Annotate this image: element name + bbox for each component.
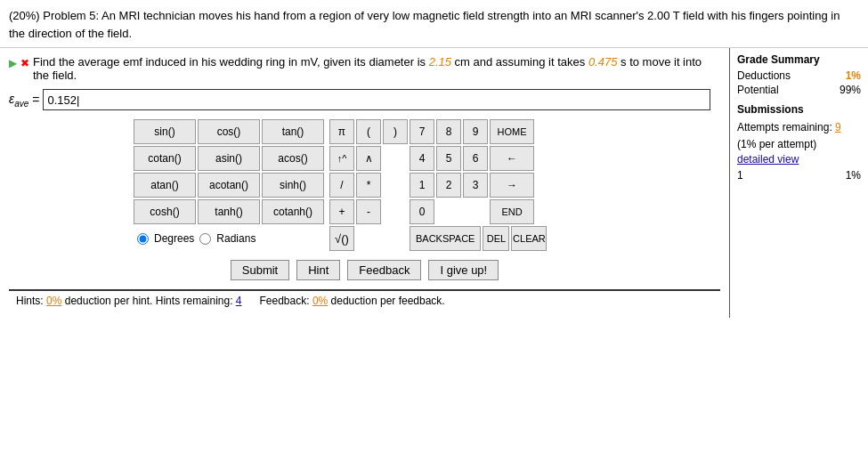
sub-problem-line: ▶ ✖ Find the average emf induced in his … [9,55,720,82]
home-button[interactable]: HOME [490,119,534,144]
radians-label[interactable]: Radians [216,232,256,245]
triangle-icon: ▶ [9,57,17,69]
asin-button[interactable]: asin() [198,146,260,171]
cos-button[interactable]: cos() [198,119,260,144]
potential-row: Potential 99% [737,84,861,96]
three-button[interactable]: 3 [463,173,488,198]
multiply-button[interactable]: * [356,173,381,198]
del-button[interactable]: DEL [483,226,509,251]
degrees-radio[interactable] [137,233,149,245]
end-button[interactable]: END [490,199,534,224]
right-panel: Grade Summary Deductions 1% Potential 99… [730,48,868,318]
answer-input[interactable] [43,89,710,110]
give-up-button[interactable]: I give up! [428,260,499,280]
degrees-label[interactable]: Degrees [154,232,194,245]
submit-button[interactable]: Submit [231,260,289,280]
two-button[interactable]: 2 [436,173,461,198]
hints-label: Hints: [16,295,44,307]
detailed-view-link[interactable]: detailed view [737,153,861,166]
submission-pct: 1% [846,169,861,182]
x-icon: ✖ [20,57,29,69]
open-paren-button[interactable]: ( [356,119,381,144]
time-value: 0.475 [588,55,618,69]
unit1: cm and assuming it takes [451,55,588,69]
feedback-section: Feedback: 0% deduction per feedback. [260,295,445,307]
diameter-value: 2.15 [429,55,451,69]
clear-button[interactable]: CLEAR [511,226,547,251]
four-button[interactable]: 4 [410,146,434,171]
feedback-text: deduction per feedback. [331,295,445,307]
pi-button[interactable]: π [329,119,354,144]
deductions-value: 1% [846,69,861,82]
plus-button[interactable]: + [329,199,354,224]
attempts-note: (1% per attempt) [737,138,816,150]
minus-button[interactable]: - [356,199,381,224]
numpad-area: π ( ) 7 8 9 HOME ↑^ ∧ 4 5 6 ← [329,119,547,251]
angle-mode-row: Degrees Radians [134,226,324,251]
five-button[interactable]: 5 [436,146,461,171]
deductions-label: Deductions [737,69,791,82]
grade-summary-title: Grade Summary [737,53,861,66]
keyboard-area: sin() cos() tan() cotan() asin() acos() … [9,119,720,251]
submission-row: 1 1% [737,169,861,182]
tanh-button[interactable]: tanh() [198,199,260,224]
epsilon-subscript: ave [14,98,28,108]
potential-value: 99% [840,84,861,96]
feedback-label: Feedback: [260,295,310,307]
six-button[interactable]: 6 [463,146,488,171]
hints-bar: Hints: 0% deduction per hint. Hints rema… [9,289,720,311]
acotan-button[interactable]: acotan() [198,173,260,198]
atan-button[interactable]: atan() [134,173,196,198]
caret-button[interactable]: ∧ [356,146,381,171]
nine-button[interactable]: 9 [463,119,488,144]
cosh-button[interactable]: cosh() [134,199,196,224]
zero-button[interactable]: 0 [410,199,434,224]
radians-radio[interactable] [199,233,211,245]
eight-button[interactable]: 8 [436,119,461,144]
hints-pct[interactable]: 0% [46,295,61,307]
acos-button[interactable]: acos() [262,146,324,171]
deductions-row: Deductions 1% [737,69,861,82]
seven-button[interactable]: 7 [410,119,434,144]
submission-num: 1 [737,169,743,182]
feedback-button[interactable]: Feedback [347,260,421,280]
hints-remaining[interactable]: 4 [236,295,242,307]
problem-description: (20%) Problem 5: An MRI technician moves… [9,9,840,40]
cotan-button[interactable]: cotan() [134,146,196,171]
feedback-pct[interactable]: 0% [312,295,328,307]
hints-section: Hints: 0% deduction per hint. Hints rema… [16,295,242,307]
sinh-button[interactable]: sinh() [262,173,324,198]
close-paren-button[interactable]: ) [383,119,408,144]
submissions-text: Attempts remaining: 9 (1% per attempt) [737,119,861,153]
right-arrow-button[interactable]: → [490,173,534,198]
potential-label: Potential [737,84,779,96]
equals-sign: = [32,93,39,107]
problem-text: (20%) Problem 5: An MRI technician moves… [0,0,868,48]
hint-button[interactable]: Hint [296,260,340,280]
math-function-buttons: sin() cos() tan() cotan() asin() acos() … [134,119,324,251]
epsilon-label: εave [9,92,28,109]
attempts-value[interactable]: 9 [835,121,841,133]
cotanh-button[interactable]: cotanh() [262,199,324,224]
left-arrow-button[interactable]: ← [490,146,534,171]
one-button[interactable]: 1 [410,173,434,198]
hints-text: deduction per hint. Hints remaining: [65,295,236,307]
divide-button[interactable]: / [329,173,354,198]
attempts-label: Attempts remaining: [737,121,832,133]
answer-input-row: εave = [9,89,720,110]
sub-problem-text: Find the average emf induced in his wedd… [33,55,720,82]
sin-button[interactable]: sin() [134,119,196,144]
action-buttons-row: Submit Hint Feedback I give up! [9,260,720,280]
backspace-button[interactable]: BACKSPACE [410,226,481,251]
exp-button[interactable]: ↑^ [329,146,354,171]
submissions-title: Submissions [737,103,861,116]
sub-problem-prefix: Find the average emf induced in his wedd… [33,55,429,69]
tan-button[interactable]: tan() [262,119,324,144]
sqrt-button[interactable]: √() [329,226,354,251]
